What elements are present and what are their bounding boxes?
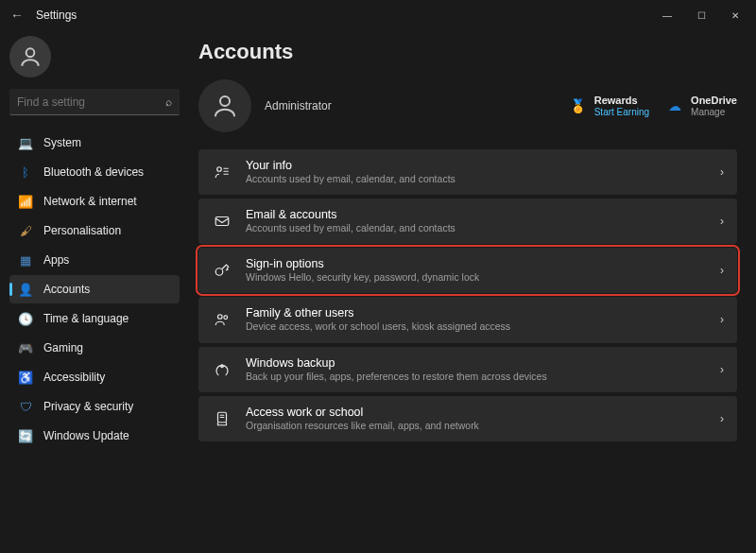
gaming-icon: 🎮 <box>17 339 34 356</box>
sidebar-item-accounts[interactable]: 👤Accounts <box>9 275 180 303</box>
search-icon: ⌕ <box>165 95 172 109</box>
svg-point-1 <box>220 96 230 106</box>
sidebar-item-label: Bluetooth & devices <box>43 165 144 179</box>
onedrive-tile[interactable]: ☁ OneDrive Manage <box>666 95 737 117</box>
windows-backup-icon <box>212 361 232 378</box>
rewards-title: Rewards <box>594 95 649 107</box>
sidebar-item-personalisation[interactable]: 🖌Personalisation <box>9 216 180 245</box>
card-title: Sign-in options <box>246 257 479 271</box>
svg-point-0 <box>26 48 35 57</box>
windows-update-icon: 🔄 <box>17 427 34 444</box>
search-box[interactable]: ⌕ <box>9 89 180 115</box>
account-avatar[interactable] <box>198 79 251 132</box>
sidebar-item-gaming[interactable]: 🎮Gaming <box>9 334 180 362</box>
back-button[interactable]: ← <box>4 8 30 23</box>
system-icon: 💻 <box>17 134 34 151</box>
card-subtitle: Accounts used by email, calendar, and co… <box>246 173 455 185</box>
sidebar-item-label: Apps <box>43 253 69 267</box>
sidebar-item-accessibility[interactable]: ♿Accessibility <box>9 363 180 391</box>
minimize-button[interactable]: — <box>650 2 684 28</box>
rewards-sub: Start Earning <box>594 107 649 118</box>
rewards-tile[interactable]: 🏅 Rewards Start Earning <box>570 95 649 117</box>
sidebar-item-label: Personalisation <box>43 224 121 237</box>
sidebar-item-label: Gaming <box>43 341 83 354</box>
sign-in-options-icon <box>212 262 232 279</box>
privacy-security-icon: 🛡 <box>17 398 34 415</box>
card-your-info[interactable]: Your infoAccounts used by email, calenda… <box>198 149 737 195</box>
sidebar-item-network-internet[interactable]: 📶Network & internet <box>9 187 180 216</box>
accounts-icon: 👤 <box>17 281 34 298</box>
svg-point-2 <box>217 167 222 172</box>
person-icon <box>18 44 43 69</box>
sidebar-item-label: Privacy & security <box>43 400 133 413</box>
person-icon <box>211 92 239 120</box>
access-work-school-icon <box>212 410 232 427</box>
onedrive-sub: Manage <box>691 107 737 118</box>
your-info-icon <box>212 164 232 181</box>
onedrive-title: OneDrive <box>691 95 737 107</box>
page-title: Accounts <box>198 40 737 64</box>
card-subtitle: Back up your files, apps, preferences to… <box>246 371 547 383</box>
sidebar-item-label: Time & language <box>43 312 129 325</box>
card-sign-in-options[interactable]: Sign-in optionsWindows Hello, security k… <box>198 248 737 293</box>
card-subtitle: Windows Hello, security key, password, d… <box>246 271 479 284</box>
email-accounts-icon <box>212 213 232 230</box>
sidebar-item-time-language[interactable]: 🕓Time & language <box>9 304 180 333</box>
card-email-accounts[interactable]: Email & accountsAccounts used by email, … <box>198 199 737 244</box>
user-avatar[interactable] <box>9 36 51 78</box>
sidebar: ⌕ 💻SystemᛒBluetooth & devices📶Network & … <box>0 30 189 553</box>
onedrive-icon: ☁ <box>666 97 683 114</box>
sidebar-item-windows-update[interactable]: 🔄Windows Update <box>9 422 180 450</box>
account-header: Administrator 🏅 Rewards Start Earning ☁ … <box>198 79 737 132</box>
bluetooth-devices-icon: ᛒ <box>17 164 34 181</box>
sidebar-item-label: Network & internet <box>43 195 137 208</box>
rewards-icon: 🏅 <box>570 97 587 114</box>
card-title: Windows backup <box>246 356 547 371</box>
close-button[interactable]: ✕ <box>718 2 752 28</box>
apps-icon: ▦ <box>17 251 34 268</box>
time-language-icon: 🕓 <box>17 310 34 327</box>
card-title: Email & accounts <box>246 208 455 222</box>
sidebar-item-bluetooth-devices[interactable]: ᛒBluetooth & devices <box>9 158 180 186</box>
sidebar-item-apps[interactable]: ▦Apps <box>9 246 180 274</box>
svg-point-5 <box>218 315 223 320</box>
sidebar-item-privacy-security[interactable]: 🛡Privacy & security <box>9 392 180 421</box>
nav-list: 💻SystemᛒBluetooth & devices📶Network & in… <box>9 129 180 450</box>
svg-rect-3 <box>215 217 229 226</box>
window-title: Settings <box>36 9 77 22</box>
card-access-work-school[interactable]: Access work or schoolOrganisation resour… <box>198 396 737 441</box>
card-subtitle: Organisation resources like email, apps,… <box>246 420 479 432</box>
card-subtitle: Device access, work or school users, kio… <box>246 320 510 333</box>
main-content: Accounts Administrator 🏅 Rewards Start E… <box>189 30 756 553</box>
network-internet-icon: 📶 <box>17 193 34 210</box>
sidebar-item-system[interactable]: 💻System <box>9 129 180 157</box>
account-name: Administrator <box>265 99 332 112</box>
accessibility-icon: ♿ <box>17 369 34 386</box>
chevron-right-icon: › <box>720 412 724 425</box>
card-subtitle: Accounts used by email, calendar, and co… <box>246 222 455 234</box>
card-title: Your info <box>246 159 455 173</box>
card-windows-backup[interactable]: Windows backupBack up your files, apps, … <box>198 347 737 392</box>
personalisation-icon: 🖌 <box>17 222 34 239</box>
chevron-right-icon: › <box>720 215 724 228</box>
settings-cards: Your infoAccounts used by email, calenda… <box>198 149 737 441</box>
chevron-right-icon: › <box>720 165 724 179</box>
svg-point-6 <box>224 316 228 320</box>
sidebar-item-label: Accessibility <box>43 371 105 384</box>
card-title: Access work or school <box>246 406 479 420</box>
maximize-button[interactable]: ☐ <box>684 2 718 28</box>
sidebar-item-label: System <box>43 136 81 149</box>
search-input[interactable] <box>17 95 165 109</box>
sidebar-item-label: Accounts <box>43 283 90 296</box>
family-other-users-icon <box>212 311 232 328</box>
chevron-right-icon: › <box>720 264 724 277</box>
svg-point-4 <box>215 268 223 276</box>
card-title: Family & other users <box>246 306 510 320</box>
card-family-other-users[interactable]: Family & other usersDevice access, work … <box>198 297 737 342</box>
titlebar: ← Settings — ☐ ✕ <box>0 0 756 30</box>
chevron-right-icon: › <box>720 313 724 326</box>
sidebar-item-label: Windows Update <box>43 429 129 442</box>
chevron-right-icon: › <box>720 363 724 376</box>
